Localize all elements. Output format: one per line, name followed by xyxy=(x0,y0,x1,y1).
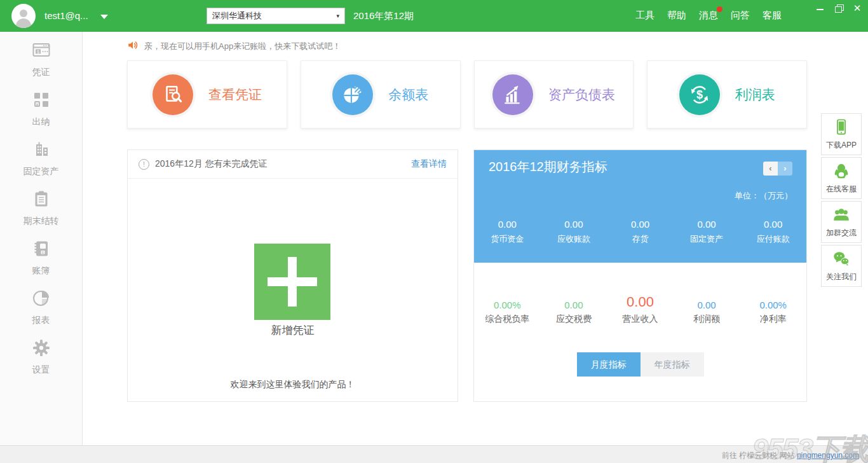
balance-pie-icon xyxy=(332,74,373,115)
plus-icon xyxy=(268,257,317,307)
minimize-button[interactable] xyxy=(816,4,825,13)
ledger-icon: $ xyxy=(0,239,82,259)
profit-dollar-icon: $ xyxy=(679,74,720,115)
metric-payables: 0.00 应付账款 xyxy=(740,219,806,245)
unread-badge xyxy=(717,6,722,12)
view-voucher-icon xyxy=(153,74,193,115)
svg-text:$: $ xyxy=(42,251,44,254)
group-chat-icon xyxy=(832,215,851,226)
sidebar-item-fixed-assets[interactable]: 固定资产 xyxy=(0,140,82,190)
svg-text:$: $ xyxy=(37,50,39,54)
view-voucher-card[interactable]: 查看凭证 xyxy=(127,60,287,128)
voucher-panel-title: 2016年12月 您有未完成凭证 xyxy=(155,158,268,170)
asset-liability-card[interactable]: 资产负债表 xyxy=(474,60,634,128)
metric-receivables: 0.00 应收账款 xyxy=(541,219,607,245)
unfinished-voucher-panel: ! 2016年12月 您有未完成凭证 查看详情 新增凭证 欢迎来到这里体验我们的… xyxy=(127,149,458,402)
indicator-blue-section: 2016年12期财务指标 ‹ › 单位：（万元） 0.00 货币资金 0.00 … xyxy=(474,150,806,263)
profit-sheet-card[interactable]: $ 利润表 xyxy=(647,60,807,128)
floating-action-column: 下载APP 在线客服 加群交流 关注我们 xyxy=(821,113,862,289)
header-menu: 工具 帮助 消息 问答 客服 xyxy=(635,10,782,22)
indicator-title: 2016年12期财务指标 xyxy=(489,158,607,176)
company-select[interactable]: 深圳华通科技 ▾ xyxy=(207,8,345,24)
next-period-button[interactable]: › xyxy=(778,162,792,176)
tab-yearly-indicators[interactable]: 年度指标 xyxy=(641,352,704,377)
card-label: 查看凭证 xyxy=(208,86,262,104)
period-label: 2016年第12期 xyxy=(353,10,414,22)
footer-prefix: 前往 柠檬云财税 网站 xyxy=(722,451,795,460)
website-link[interactable]: ningmengyun.com xyxy=(797,451,859,460)
sidebar-item-label: 设置 xyxy=(0,364,82,376)
menu-item-help[interactable]: 帮助 xyxy=(667,10,686,22)
floating-button-label: 加群交流 xyxy=(822,228,861,238)
card-label: 利润表 xyxy=(735,86,775,104)
speaker-icon xyxy=(127,39,139,53)
sidebar: $ 凭证 ¥ 出纳 固定资产 期末结转 $ 账簿 报表 设置 xyxy=(0,32,83,445)
notice-text: 亲，现在可以用手机App来记账啦，快来下载试试吧！ xyxy=(144,41,341,52)
welcome-text: 欢迎来到这里体验我们的产品！ xyxy=(128,379,458,390)
maximize-button[interactable] xyxy=(834,4,843,13)
menu-item-qa[interactable]: 问答 xyxy=(731,10,750,22)
online-service-button[interactable]: 在线客服 xyxy=(821,157,862,199)
metric-cash: 0.00 货币资金 xyxy=(474,219,541,245)
add-voucher-label: 新增凭证 xyxy=(128,323,458,338)
user-dropdown-caret-icon[interactable] xyxy=(100,15,108,19)
menu-item-tools[interactable]: 工具 xyxy=(635,10,654,22)
follow-us-button[interactable]: 关注我们 xyxy=(821,245,862,287)
user-account-label[interactable]: test1@q... xyxy=(44,10,88,21)
blue-metrics-row: 0.00 货币资金 0.00 应收账款 0.00 存货 0.00 固定资产 0.… xyxy=(474,219,806,245)
svg-text:¥: ¥ xyxy=(36,102,38,107)
sidebar-item-label: 出纳 xyxy=(0,116,82,128)
metric-inventory: 0.00 存货 xyxy=(607,219,674,245)
tab-monthly-indicators[interactable]: 月度指标 xyxy=(577,352,641,377)
indicator-tabs: 月度指标 年度指标 xyxy=(577,352,704,377)
view-details-link[interactable]: 查看详情 xyxy=(411,158,447,170)
prev-period-button[interactable]: ‹ xyxy=(763,162,778,176)
voucher-icon: $ xyxy=(0,41,82,61)
avatar-head-shape xyxy=(20,10,27,17)
voucher-panel-header: ! 2016年12月 您有未完成凭证 查看详情 xyxy=(128,150,458,179)
settings-icon xyxy=(0,338,82,359)
metric-tax-payable: 0.00 应交税费 xyxy=(541,293,607,325)
sidebar-item-reports[interactable]: 报表 xyxy=(0,289,82,338)
wechat-follow-icon xyxy=(832,259,851,270)
sidebar-item-period-end[interactable]: 期末结转 xyxy=(0,190,82,239)
close-button[interactable]: ✕ xyxy=(853,4,862,13)
company-select-value: 深圳华通科技 xyxy=(212,10,262,22)
asset-chart-icon xyxy=(492,74,533,115)
download-app-button[interactable]: 下载APP xyxy=(821,113,862,155)
fixed-assets-icon xyxy=(0,140,82,160)
window-controls: ✕ xyxy=(816,2,862,15)
floating-button-label: 关注我们 xyxy=(822,272,861,282)
download-app-icon xyxy=(832,127,851,138)
period-end-icon xyxy=(0,190,82,210)
app-header: test1@q... 深圳华通科技 ▾ 2016年第12期 工具 帮助 消息 问… xyxy=(0,0,868,32)
metric-fixed-assets: 0.00 固定资产 xyxy=(674,219,740,245)
metric-revenue: 0.00 营业收入 xyxy=(607,293,674,325)
metric-net-margin: 0.00% 净利率 xyxy=(740,293,806,325)
quick-cards-row: 查看凭证 余额表 资产负债表 $ 利润表 xyxy=(127,60,807,128)
join-group-button[interactable]: 加群交流 xyxy=(821,201,862,243)
menu-item-messages[interactable]: 消息 xyxy=(699,10,718,22)
card-label: 余额表 xyxy=(388,86,428,104)
sidebar-item-settings[interactable]: 设置 xyxy=(0,338,82,388)
sidebar-item-label: 账簿 xyxy=(0,265,82,277)
white-metrics-row: 0.00% 综合税负率 0.00 应交税费 0.00 营业收入 0.00 利润额… xyxy=(474,293,806,325)
sidebar-item-cashier[interactable]: ¥ 出纳 xyxy=(0,90,82,140)
avatar[interactable] xyxy=(11,4,36,28)
balance-sheet-card[interactable]: 余额表 xyxy=(301,60,461,128)
period-nav: ‹ › xyxy=(763,162,792,176)
status-bar: 前往 柠檬云财税 网站 ningmengyun.com xyxy=(0,445,868,463)
sidebar-item-label: 固定资产 xyxy=(0,166,82,177)
svg-text:$: $ xyxy=(696,88,703,101)
sidebar-item-voucher[interactable]: $ 凭证 xyxy=(0,41,82,90)
financial-indicator-panel: 2016年12期财务指标 ‹ › 单位：（万元） 0.00 货币资金 0.00 … xyxy=(473,149,807,402)
cashier-icon: ¥ xyxy=(0,90,82,111)
footer-text: 前往 柠檬云财税 网站 ningmengyun.com xyxy=(722,450,859,461)
sidebar-item-ledger[interactable]: $ 账簿 xyxy=(0,239,82,289)
menu-item-service[interactable]: 客服 xyxy=(763,10,782,22)
avatar-torso-shape xyxy=(16,18,31,28)
floating-button-label: 在线客服 xyxy=(822,184,861,195)
sidebar-item-label: 凭证 xyxy=(0,67,82,78)
chevron-down-icon: ▾ xyxy=(336,13,339,19)
add-voucher-button[interactable] xyxy=(254,244,330,320)
